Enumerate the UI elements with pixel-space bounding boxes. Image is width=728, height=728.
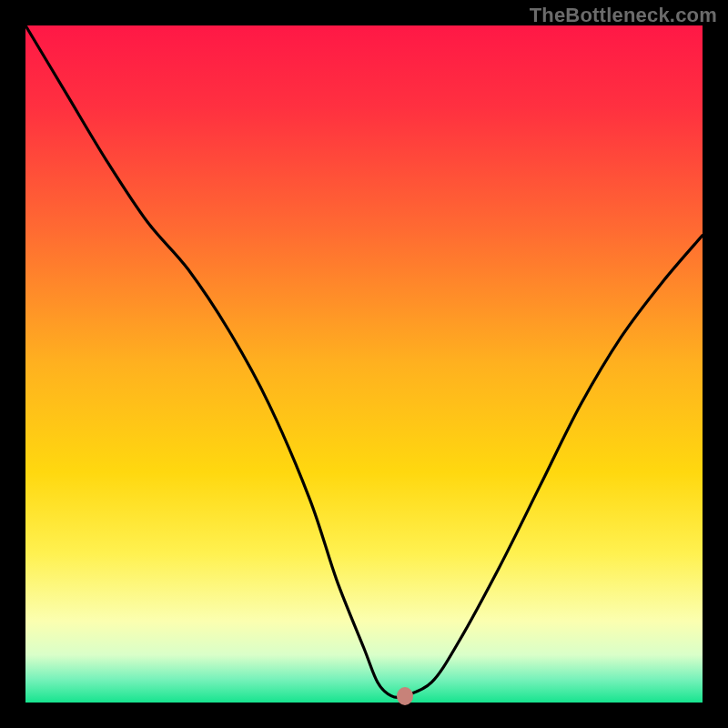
watermark-text: TheBottleneck.com	[530, 4, 717, 27]
gradient-rect	[25, 25, 703, 703]
chart-frame: TheBottleneck.com	[0, 0, 728, 728]
gradient-background	[25, 25, 703, 703]
plot-area	[25, 25, 703, 703]
min-marker	[397, 687, 413, 705]
